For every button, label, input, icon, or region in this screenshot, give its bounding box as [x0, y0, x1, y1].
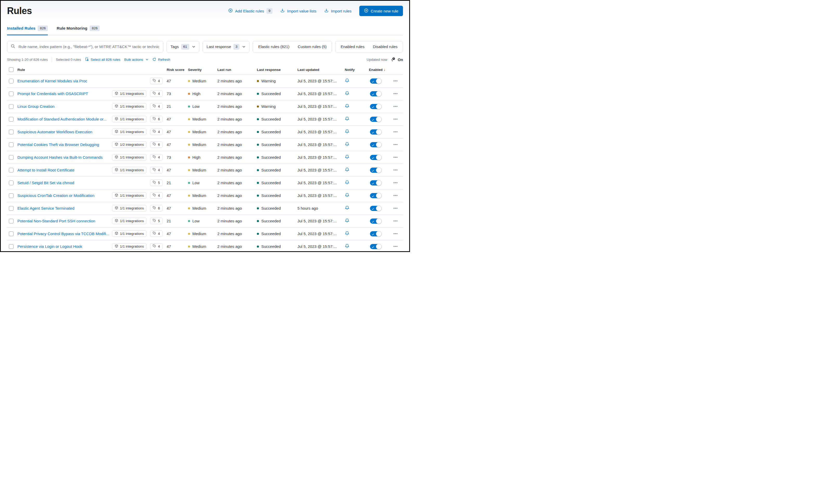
tags-badge[interactable]: 4 [150, 230, 162, 237]
tags-badge[interactable]: 6 [150, 141, 162, 148]
row-checkbox[interactable] [9, 244, 14, 249]
rule-name-link[interactable]: Linux Group Creation [17, 104, 55, 109]
rule-name-link[interactable]: Attempt to Install Root Certificate [17, 168, 74, 172]
row-checkbox[interactable] [9, 168, 14, 173]
column-header-last-run[interactable]: Last run [218, 68, 257, 72]
integrations-badge[interactable]: 1/1 integrations [112, 243, 146, 250]
column-header-last-response[interactable]: Last response [257, 68, 298, 72]
tab-installed-rules[interactable]: Installed Rules 826 [7, 25, 48, 35]
rule-name-link[interactable]: Suspicious Automator Workflows Execution [17, 130, 92, 134]
bell-icon[interactable] [345, 231, 349, 236]
rule-name-link[interactable]: Suspicious CronTab Creation or Modificat… [17, 193, 94, 198]
integrations-badge[interactable]: 1/1 integrations [112, 167, 146, 173]
row-actions-menu-button[interactable] [394, 208, 398, 209]
bell-icon[interactable] [345, 167, 349, 173]
rule-name-link[interactable]: Potential Non-Standard Port SSH connecti… [17, 219, 95, 223]
rule-name-link[interactable]: Modification of Standard Authentication … [17, 117, 107, 121]
enabled-toggle[interactable] [370, 117, 381, 122]
row-actions-menu-button[interactable] [394, 131, 398, 132]
bell-icon[interactable] [345, 218, 349, 224]
enabled-rules-filter[interactable]: Enabled rules [336, 44, 369, 49]
enabled-toggle[interactable] [370, 193, 381, 198]
column-header-notify[interactable]: Notify [345, 68, 367, 72]
tags-badge[interactable]: 6 [150, 205, 162, 211]
tags-badge[interactable]: 4 [150, 78, 162, 84]
row-checkbox[interactable] [9, 91, 14, 96]
custom-rules-filter[interactable]: Custom rules (5) [294, 44, 331, 49]
bell-icon[interactable] [345, 180, 349, 185]
rule-name-link[interactable]: Prompt for Credentials with OSASCRIPT [17, 91, 88, 96]
row-actions-menu-button[interactable] [394, 195, 398, 196]
integrations-badge[interactable]: 1/1 integrations [112, 129, 146, 135]
row-checkbox[interactable] [9, 79, 14, 83]
tags-badge[interactable]: 5 [150, 180, 162, 186]
tags-badge[interactable]: 4 [150, 90, 162, 97]
column-header-severity[interactable]: Severity [188, 68, 218, 72]
enabled-toggle[interactable] [370, 168, 381, 173]
column-header-risk-score[interactable]: Risk score [167, 68, 188, 72]
add-elastic-rules-button[interactable]: Add Elastic rules 9 [228, 8, 273, 14]
row-checkbox[interactable] [9, 193, 14, 198]
enabled-toggle[interactable] [370, 244, 381, 249]
integrations-badge[interactable]: 1/1 integrations [112, 205, 146, 211]
row-actions-menu-button[interactable] [394, 220, 398, 222]
row-actions-menu-button[interactable] [394, 157, 398, 158]
integrations-badge[interactable]: 1/1 integrations [112, 103, 146, 110]
row-actions-menu-button[interactable] [394, 93, 398, 94]
row-checkbox[interactable] [9, 117, 14, 122]
import-value-lists-button[interactable]: Import value lists [280, 8, 316, 14]
disabled-rules-filter[interactable]: Disabled rules [369, 44, 402, 49]
integrations-badge[interactable]: 1/1 integrations [112, 90, 146, 97]
rule-name-link[interactable]: Dumping Account Hashes via Built-In Comm… [17, 155, 103, 160]
rule-name-link[interactable]: Persistence via Login or Logout Hook [17, 244, 82, 249]
rule-name-link[interactable]: Setuid / Setgid Bit Set via chmod [17, 181, 74, 185]
row-checkbox[interactable] [9, 206, 14, 211]
rule-name-link[interactable]: Potential Cookies Theft via Browser Debu… [17, 142, 99, 147]
row-checkbox[interactable] [9, 142, 14, 147]
enabled-toggle[interactable] [370, 180, 381, 185]
enabled-toggle[interactable] [370, 91, 381, 96]
column-header-rule[interactable]: Rule [17, 68, 167, 72]
tags-filter-button[interactable]: Tags 61 [166, 41, 199, 52]
rule-name-link[interactable]: Elastic Agent Service Terminated [17, 206, 74, 210]
tags-badge[interactable]: 4 [150, 243, 162, 250]
row-actions-menu-button[interactable] [394, 118, 398, 120]
column-header-last-updated[interactable]: Last updated [298, 68, 345, 72]
elastic-rules-filter[interactable]: Elastic rules (821) [254, 44, 294, 49]
integrations-badge[interactable]: 1/1 integrations [112, 154, 146, 161]
row-checkbox[interactable] [9, 104, 14, 109]
select-all-checkbox[interactable] [9, 67, 14, 72]
enabled-toggle[interactable] [370, 206, 381, 211]
row-checkbox[interactable] [9, 181, 14, 185]
row-checkbox[interactable] [9, 130, 14, 134]
integrations-badge[interactable]: 1/1 integrations [112, 230, 146, 237]
auto-refresh-toggle[interactable]: On [391, 57, 403, 63]
rule-name-link[interactable]: Enumeration of Kernel Modules via Proc [17, 79, 87, 83]
import-rules-button[interactable]: Import rules [324, 8, 352, 14]
integrations-badge[interactable]: 1/1 integrations [112, 192, 146, 199]
select-all-rules-button[interactable]: Select all 826 rules [85, 57, 120, 62]
tags-badge[interactable]: 4 [150, 192, 162, 199]
row-actions-menu-button[interactable] [394, 182, 398, 183]
tags-badge[interactable]: 4 [150, 129, 162, 135]
bulk-actions-button[interactable]: Bulk actions [124, 58, 148, 62]
enabled-toggle[interactable] [370, 218, 381, 224]
integrations-badge[interactable]: 1/1 integrations [112, 116, 146, 122]
bell-icon[interactable] [345, 104, 349, 109]
column-header-enabled[interactable]: Enabled ↓ [367, 68, 392, 72]
bell-icon[interactable] [345, 129, 349, 135]
bell-icon[interactable] [345, 78, 349, 84]
row-actions-menu-button[interactable] [394, 246, 398, 247]
rule-search-box[interactable] [7, 41, 163, 52]
bell-icon[interactable] [345, 205, 349, 211]
tags-badge[interactable]: 4 [150, 167, 162, 173]
enabled-toggle[interactable] [370, 231, 381, 236]
bell-icon[interactable] [345, 142, 349, 147]
bell-icon[interactable] [345, 116, 349, 122]
tags-badge[interactable]: 5 [150, 218, 162, 224]
integrations-badge[interactable]: 1/1 integrations [112, 218, 146, 224]
enabled-toggle[interactable] [370, 142, 381, 147]
row-actions-menu-button[interactable] [394, 233, 398, 234]
tags-badge[interactable]: 4 [150, 103, 162, 110]
integrations-badge[interactable]: 1/2 integrations [112, 141, 146, 148]
